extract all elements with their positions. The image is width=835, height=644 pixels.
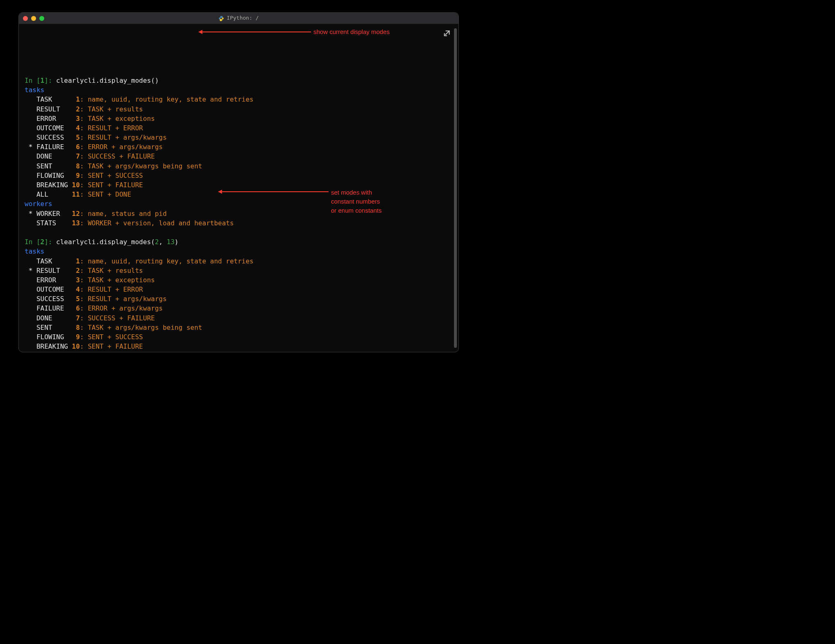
window-controls xyxy=(23,16,44,21)
annotation-text: set modes withconstant numbersor enum co… xyxy=(331,188,381,215)
table-row: OUTCOME 4: RESULT + ERROR xyxy=(25,285,453,294)
table-row: SENT 8: TASK + args/kwargs being sent xyxy=(25,161,453,171)
table-row: FLOWING 9: SENT + SUCCESS xyxy=(25,171,453,180)
close-icon[interactable] xyxy=(23,16,28,21)
table-row: * RESULT 2: TASK + results xyxy=(25,266,453,275)
table-row: TASK 1: name, uuid, routing key, state a… xyxy=(25,256,453,266)
table-row: OUTCOME 4: RESULT + ERROR xyxy=(25,123,453,133)
table-row: DONE 7: SUCCESS + FAILURE xyxy=(25,152,453,161)
table-row: RESULT 2: TASK + results xyxy=(25,104,453,114)
table-row: SENT 8: TASK + args/kwargs being sent xyxy=(25,323,453,332)
scrollbar[interactable] xyxy=(454,28,457,348)
table-row: BREAKING 10: SENT + FAILURE xyxy=(25,342,453,351)
section-header: tasks xyxy=(25,247,453,256)
scrollbar-thumb[interactable] xyxy=(454,28,457,348)
terminal-output[interactable]: show current display modes set modes wit… xyxy=(19,24,458,352)
annotation-set-modes: set modes withconstant numbersor enum co… xyxy=(218,188,381,215)
titlebar: IPython: / xyxy=(19,13,458,24)
table-row: ERROR 3: TASK + exceptions xyxy=(25,114,453,123)
table-row: FLOWING 9: SENT + SUCCESS xyxy=(25,332,453,342)
table-row: * FAILURE 6: ERROR + args/kwargs xyxy=(25,142,453,152)
table-row: TASK 1: name, uuid, routing key, state a… xyxy=(25,95,453,104)
maximize-icon[interactable] xyxy=(39,16,44,21)
annotation-text: show current display modes xyxy=(313,27,390,36)
table-row: SUCCESS 5: RESULT + args/kwargs xyxy=(25,294,453,304)
annotation-show-modes: show current display modes xyxy=(198,27,390,36)
table-row: DONE 7: SUCCESS + FAILURE xyxy=(25,313,453,323)
window-title-text: IPython: / xyxy=(227,14,259,22)
blank-line xyxy=(25,228,453,237)
table-row: FAILURE 6: ERROR + args/kwargs xyxy=(25,304,453,313)
window-title: IPython: / xyxy=(19,14,458,22)
prompt-line: In [2]: clearlycli.display_modes(2, 13) xyxy=(25,237,453,247)
section-header: tasks xyxy=(25,85,453,95)
table-row: STATS 13: WORKER + version, load and hea… xyxy=(25,218,453,228)
table-row: ALL 11: SENT + DONE xyxy=(25,351,453,352)
minimize-icon[interactable] xyxy=(31,16,36,21)
table-row: ERROR 3: TASK + exceptions xyxy=(25,275,453,285)
python-icon xyxy=(218,16,224,21)
prompt-line: In [1]: clearlycli.display_modes() xyxy=(25,76,453,85)
table-row: SUCCESS 5: RESULT + args/kwargs xyxy=(25,133,453,142)
terminal-window: IPython: / show current display modes se… xyxy=(18,12,459,352)
